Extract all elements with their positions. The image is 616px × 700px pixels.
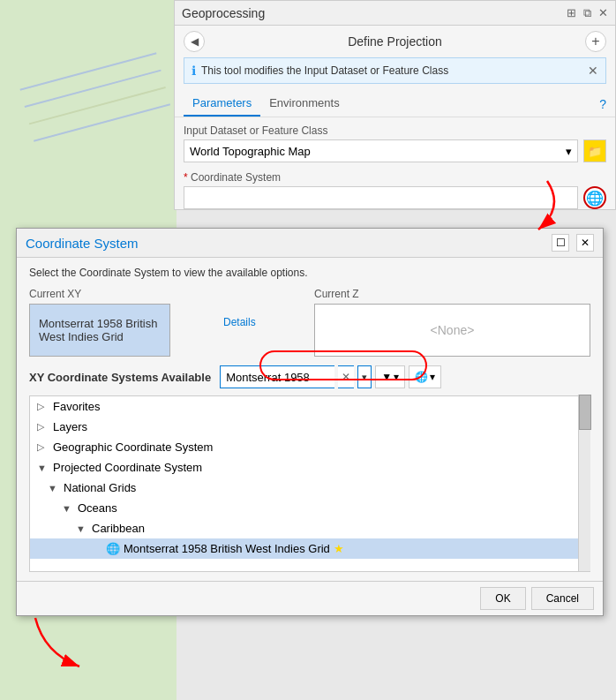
tree-item-label: National Grids — [64, 481, 136, 494]
input-dataset-dropdown[interactable]: World Topographic Map ▾ — [184, 139, 578, 162]
tree-item-label: Favorites — [53, 400, 100, 413]
filter-button[interactable]: ▼ ▾ — [375, 365, 405, 388]
coord-system-label: Coordinate System — [184, 171, 606, 184]
search-dropdown-button[interactable]: ▾ — [357, 365, 372, 388]
toggle-layers-icon: ▷ — [37, 421, 49, 433]
scrollbar-thumb[interactable] — [579, 395, 591, 430]
toggle-oceans-icon: ▼ — [62, 503, 74, 514]
globe-tree-icon: 🌐 — [106, 542, 120, 555]
toggle-favorites-icon: ▷ — [37, 401, 49, 412]
info-text: This tool modifies the Input Dataset or … — [201, 64, 448, 77]
coord-dialog-body: Select the Coordinate System to view the… — [17, 258, 603, 581]
tree-item-caribbean[interactable]: ▼ Caribbean — [30, 518, 590, 538]
input-row: World Topographic Map ▾ 📁 — [184, 139, 606, 162]
tree-item-montserrat[interactable]: 🌐 Montserrat 1958 British West Indies Gr… — [30, 538, 590, 559]
folder-icon: 📁 — [588, 145, 602, 158]
ok-button[interactable]: OK — [480, 587, 525, 610]
current-z-value: <None> — [431, 323, 475, 337]
form-section: Input Dataset or Feature Class World Top… — [175, 124, 615, 209]
folder-button[interactable]: 📁 — [583, 139, 606, 162]
info-bar: ℹ This tool modifies the Input Dataset o… — [184, 57, 606, 84]
coord-dialog-titlebar: Coordinate System ☐ ✕ — [17, 229, 603, 258]
toggle-projected-icon: ▼ — [37, 463, 49, 473]
plus-icon: + — [591, 34, 599, 49]
coord-search-input[interactable] — [220, 365, 334, 388]
geoprocessing-titlebar: Geoprocessing ⊞ ⧉ ✕ — [175, 1, 615, 26]
coord-system-row: 🌐 — [184, 186, 606, 209]
current-row: Current XY Montserrat 1958 British West … — [29, 288, 590, 357]
close-coord-dialog-button[interactable]: ✕ — [576, 234, 594, 252]
select-hint: Select the Coordinate System to view the… — [29, 267, 590, 279]
search-box-row: ✕ ▾ ▼ ▾ 🌐 ▾ — [220, 365, 590, 388]
search-clear-button[interactable]: ✕ — [338, 365, 354, 388]
filter-icon: ▼ — [381, 371, 392, 383]
pin-icon[interactable]: ⊞ — [567, 6, 576, 19]
coord-dialog-title: Coordinate System — [26, 236, 139, 251]
current-z-label: Current Z — [314, 288, 590, 300]
xy-available-label: XY Coordinate Systems Available — [29, 371, 211, 384]
tree-item-label: Oceans — [78, 501, 117, 515]
geoprocessing-title: Geoprocessing — [182, 6, 265, 20]
tree-item-geographic[interactable]: ▷ Geographic Coordinate System — [30, 437, 590, 457]
back-arrow-icon: ◀ — [191, 35, 199, 48]
current-xy-section: Current XY Montserrat 1958 British West … — [29, 288, 305, 357]
scrollbar[interactable] — [578, 395, 590, 571]
geoprocessing-subheader: ◀ Define Projection + — [175, 26, 615, 57]
tree-container[interactable]: ▷ Favorites ▷ Layers ▷ Geographic Coordi… — [29, 395, 590, 572]
close-geoprocessing-icon[interactable]: ✕ — [598, 6, 608, 19]
tabs-row: Parameters Environments ? — [175, 91, 615, 117]
xy-available-row: XY Coordinate Systems Available ✕ ▾ ▼ ▾ … — [29, 365, 590, 388]
tree-item-oceans[interactable]: ▼ Oceans — [30, 498, 590, 518]
tree-item-label: Projected Coordinate System — [53, 461, 202, 474]
titlebar-controls: ⊞ ⧉ ✕ — [567, 6, 608, 20]
toggle-caribbean-icon: ▼ — [76, 523, 88, 534]
info-icon: ℹ — [192, 64, 196, 78]
current-xy-value: Montserrat 1958 British West Indies Grid — [39, 317, 161, 343]
current-z-section: Current Z <None> — [314, 288, 590, 357]
info-close-button[interactable]: ✕ — [588, 64, 598, 78]
current-z-box[interactable]: <None> — [314, 304, 590, 357]
coord-system-dialog: Coordinate System ☐ ✕ Select the Coordin… — [16, 228, 604, 616]
tree-item-label: Caribbean — [92, 522, 145, 535]
details-link[interactable]: Details — [223, 316, 256, 328]
tree-item-layers[interactable]: ▷ Layers — [30, 417, 590, 437]
tree-item-favorites[interactable]: ▷ Favorites — [30, 396, 590, 417]
current-xy-label: Current XY — [29, 288, 305, 300]
filter-dropdown-icon: ▾ — [394, 371, 399, 383]
toggle-national-grids-icon: ▼ — [48, 483, 60, 493]
coord-dialog-footer: OK Cancel — [17, 581, 603, 615]
globe-coord-button[interactable]: 🌐 — [583, 186, 606, 209]
globe-icon-small: 🌐 — [415, 371, 428, 383]
info-bar-left: ℹ This tool modifies the Input Dataset o… — [192, 64, 448, 78]
coord-system-input[interactable] — [184, 186, 578, 209]
tree-item-label: Layers — [53, 420, 87, 433]
tab-help-button[interactable]: ? — [599, 97, 606, 111]
coord-dialog-controls: ☐ ✕ — [552, 234, 594, 252]
maximize-button[interactable]: ☐ — [552, 234, 569, 252]
input-label: Input Dataset or Feature Class — [184, 124, 606, 137]
toggle-geographic-icon: ▷ — [37, 441, 49, 453]
tab-environments[interactable]: Environments — [260, 91, 348, 117]
dropdown-arrow-icon: ▾ — [566, 145, 572, 158]
input-dataset-value: World Topographic Map — [190, 145, 311, 158]
current-xy-box[interactable]: Montserrat 1958 British West Indies Grid — [29, 304, 170, 357]
tree-item-montserrat-label: Montserrat 1958 British West Indies Grid — [124, 542, 330, 555]
globe-add-button[interactable]: 🌐 ▾ — [409, 365, 441, 388]
float-icon[interactable]: ⧉ — [583, 6, 591, 20]
cancel-button[interactable]: Cancel — [531, 587, 594, 610]
tab-parameters[interactable]: Parameters — [184, 91, 260, 117]
globe-add-icon: ▾ — [430, 371, 435, 383]
geoprocessing-panel: Geoprocessing ⊞ ⧉ ✕ ◀ Define Projection … — [174, 0, 616, 210]
star-icon: ★ — [334, 542, 344, 555]
tree-item-label: Geographic Coordinate System — [53, 440, 213, 454]
add-button[interactable]: + — [585, 31, 606, 52]
globe-icon: 🌐 — [586, 190, 604, 207]
back-button[interactable]: ◀ — [184, 31, 205, 52]
define-projection-title: Define Projection — [212, 34, 578, 49]
tree-item-projected[interactable]: ▼ Projected Coordinate System — [30, 457, 590, 478]
tree-item-national-grids[interactable]: ▼ National Grids — [30, 478, 590, 498]
